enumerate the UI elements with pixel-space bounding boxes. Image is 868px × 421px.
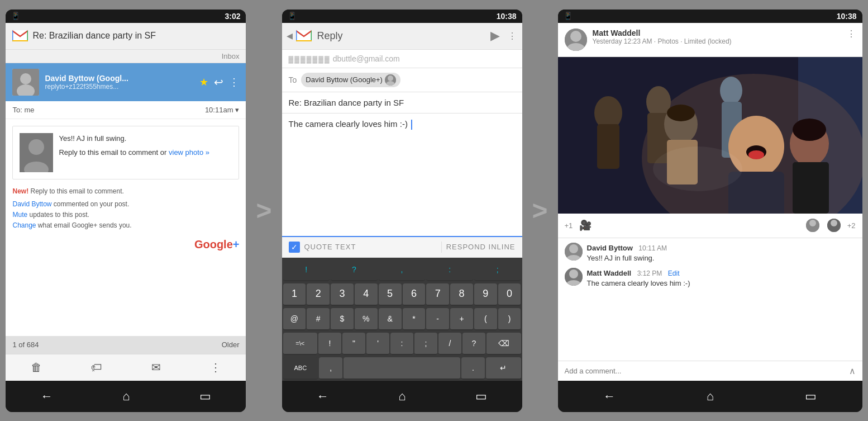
key-dollar[interactable]: $ — [331, 308, 354, 330]
home-btn-1[interactable]: ⌂ — [122, 389, 130, 404]
svg-rect-31 — [793, 162, 829, 214]
key-colon2[interactable]: : — [390, 333, 413, 355]
key-8[interactable]: 8 — [450, 283, 473, 306]
older-button[interactable]: Older — [222, 340, 240, 349]
phone-compose: 📱 10:38 ◂ Reply ▶ ⋮ ▓▓▓▓▓▓▓ dbuttle@gmai… — [282, 10, 522, 412]
key-exclaim[interactable]: ! — [283, 259, 330, 281]
key-squote[interactable]: ' — [366, 333, 389, 355]
post-meta-row: Yesterday 12:23 AM · Photos · Limited (l… — [593, 37, 841, 45]
key-row-special: ! ? , : ; — [282, 258, 522, 282]
card-photo-1 — [20, 133, 53, 172]
key-enter[interactable]: ↵ — [486, 357, 521, 380]
back-btn-2[interactable]: ← — [317, 389, 329, 404]
status-bar-2: 📱 10:38 — [282, 10, 522, 23]
keyboard[interactable]: ! ? , : ; 1 2 3 4 5 6 7 8 9 0 @ — [282, 258, 522, 381]
key-lparen[interactable]: ( — [474, 308, 497, 330]
key-rparen[interactable]: ) — [498, 308, 521, 330]
key-dquote[interactable]: " — [342, 333, 365, 355]
compose-body-text: The camera clearly loves him :-) — [289, 119, 408, 129]
view-photo-link[interactable]: view photo » — [169, 148, 209, 157]
gmail-logo-1 — [12, 30, 28, 42]
nav-bar-1: ← ⌂ ▭ — [6, 381, 246, 412]
key-exclaim2[interactable]: ! — [318, 333, 341, 355]
key-hash[interactable]: # — [307, 308, 330, 330]
key-at[interactable]: @ — [283, 308, 306, 330]
back-btn-3[interactable]: ← — [603, 389, 616, 404]
trash-icon[interactable]: 🗑 — [31, 361, 42, 374]
plus-one-btn[interactable]: +1 — [565, 221, 573, 230]
comment-time-1: 10:11 AM — [638, 244, 667, 252]
key-star[interactable]: * — [403, 308, 426, 330]
status-bar-3: 📱 10:38 — [558, 10, 862, 23]
recents-btn-2[interactable]: ▭ — [475, 389, 487, 404]
key-percent[interactable]: % — [355, 308, 378, 330]
key-amp[interactable]: & — [379, 308, 402, 330]
key-comma-bot[interactable]: , — [319, 357, 342, 380]
sender-avatar-1 — [12, 69, 39, 96]
back-btn-1[interactable]: ← — [41, 389, 53, 404]
key-equals-backslash[interactable]: =\< — [283, 333, 318, 355]
label-icon[interactable]: 🏷 — [91, 361, 102, 374]
compose-back-btn[interactable]: ◂ — [287, 29, 293, 43]
compose-more-btn[interactable]: ⋮ — [508, 31, 518, 41]
add-comment-input[interactable] — [565, 367, 849, 375]
quote-checkbox[interactable]: ✓ — [289, 242, 300, 253]
key-backspace[interactable]: ⌫ — [487, 333, 521, 355]
post-more-icon[interactable]: ⋮ — [847, 29, 856, 39]
key-2[interactable]: 2 — [307, 283, 330, 306]
recents-btn-3[interactable]: ▭ — [805, 389, 817, 404]
star-icon-1[interactable]: ★ — [199, 76, 208, 88]
expand-icon[interactable]: ∧ — [849, 366, 856, 376]
david-byttow-link[interactable]: David Byttow — [12, 200, 51, 208]
send-arrow-icon[interactable]: ▶ — [490, 29, 500, 43]
key-9[interactable]: 9 — [474, 283, 497, 306]
more-icon-1[interactable]: ⋮ — [229, 76, 239, 88]
key-comma-sp[interactable]: , — [379, 259, 426, 281]
comment-avatar-2 — [565, 268, 583, 286]
key-semicolon2[interactable]: ; — [414, 333, 437, 355]
to-recipient-chip[interactable]: David Byttow (Google+) — [301, 73, 400, 87]
comment-edit-link[interactable]: Edit — [668, 269, 680, 277]
gplus-app: Matt Waddell Yesterday 12:23 AM · Photos… — [558, 23, 862, 381]
key-period[interactable]: . — [461, 357, 485, 380]
plus-count[interactable]: +2 — [847, 221, 856, 230]
key-7[interactable]: 7 — [426, 283, 449, 306]
party-photo-svg — [558, 57, 862, 214]
key-5[interactable]: 5 — [379, 283, 402, 306]
compose-body[interactable]: The camera clearly loves him :-) — [282, 113, 522, 237]
svg-rect-21 — [597, 124, 619, 169]
gplus-post-header: Matt Waddell Yesterday 12:23 AM · Photos… — [558, 23, 862, 57]
key-0[interactable]: 0 — [498, 283, 521, 306]
key-semicolon-sp[interactable]: ; — [474, 259, 521, 281]
comment-body-1: David Byttow 10:11 AM Yes!! AJ in full s… — [587, 243, 856, 262]
video-icon[interactable]: 🎥 — [579, 219, 592, 231]
email-subject-1: Re: Brazilian dance party in SF — [32, 31, 156, 41]
key-plus[interactable]: + — [450, 308, 473, 330]
key-6[interactable]: 6 — [403, 283, 426, 306]
key-1[interactable]: 1 — [283, 283, 306, 306]
recents-btn-1[interactable]: ▭ — [199, 389, 211, 404]
email-list-item[interactable]: David Byttow (Googl... replyto+z122f355h… — [6, 63, 246, 101]
key-minus[interactable]: - — [426, 308, 449, 330]
key-question[interactable]: ? — [331, 259, 378, 281]
home-btn-2[interactable]: ⌂ — [398, 389, 406, 404]
key-3[interactable]: 3 — [331, 283, 354, 306]
time-3: 10:38 — [837, 12, 857, 21]
nav-bar-2: ← ⌂ ▭ — [282, 381, 522, 412]
key-slash[interactable]: / — [438, 333, 461, 355]
key-qmark[interactable]: ? — [462, 333, 485, 355]
svg-point-42 — [569, 244, 578, 253]
gplus-actions-row: +1 🎥 +2 — [558, 214, 862, 238]
reply-icon-1[interactable]: ↩ — [214, 75, 223, 89]
mute-link[interactable]: Mute — [12, 211, 27, 219]
key-4[interactable]: 4 — [355, 283, 378, 306]
key-space[interactable] — [344, 357, 460, 380]
home-btn-3[interactable]: ⌂ — [707, 389, 714, 404]
more-toolbar-icon[interactable]: ⋮ — [210, 361, 221, 374]
archive-icon[interactable]: ✉ — [151, 361, 161, 374]
key-abc[interactable]: ABC — [283, 357, 318, 380]
gplus-comments: David Byttow 10:11 AM Yes!! AJ in full s… — [558, 238, 862, 361]
party-photo — [558, 57, 862, 214]
key-colon-sp[interactable]: : — [426, 259, 473, 281]
change-link[interactable]: Change — [12, 221, 36, 229]
